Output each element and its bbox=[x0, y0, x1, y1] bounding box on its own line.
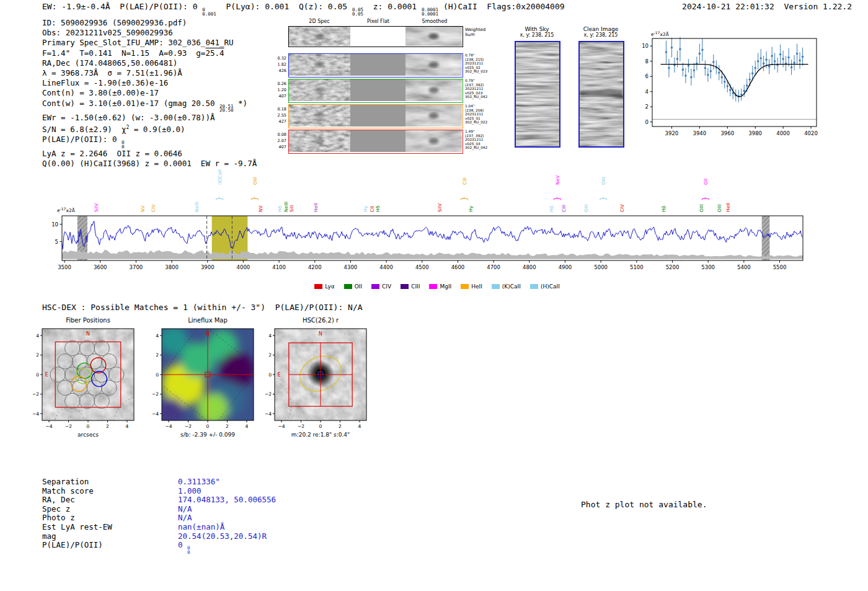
svg-text:4100: 4100 bbox=[272, 264, 286, 270]
svg-text:5: 5 bbox=[55, 239, 58, 245]
svg-text:0: 0 bbox=[156, 372, 159, 378]
detection-info-block: ID: 5090029936 (5090029936.pdf)Obs: 2023… bbox=[42, 18, 257, 169]
legend-swatch bbox=[461, 284, 469, 289]
svg-text:0: 0 bbox=[206, 424, 210, 429]
svg-text:2: 2 bbox=[339, 424, 342, 429]
noise-image bbox=[289, 54, 350, 76]
legend-swatch bbox=[314, 284, 322, 289]
svg-text:OIII: OIII bbox=[583, 204, 589, 212]
spec2d-row-annotation: 1.04"(238, 206)20231211v025_01302_RU_022 bbox=[465, 104, 487, 125]
text-line: Cont(n) = 3.80(±0.00)e-17 bbox=[42, 88, 257, 98]
svg-text:HeII: HeII bbox=[725, 203, 731, 212]
svg-text:4000: 4000 bbox=[237, 264, 250, 270]
noise-image bbox=[516, 42, 559, 146]
legend-item: OII bbox=[344, 283, 362, 290]
match-table-value: N/A bbox=[178, 505, 192, 514]
svg-text:Hγ: Hγ bbox=[363, 205, 368, 212]
main-spectrum-svg: 3500360037003800390040004100420043004400… bbox=[37, 167, 837, 291]
clean-cutout: Clean Image x, y: 238, 215 bbox=[578, 26, 623, 38]
matches-header: HSC-DEX : Possible Matches = 1 (within +… bbox=[42, 303, 363, 313]
noise-image bbox=[289, 79, 350, 101]
spec2d-weighted-row bbox=[288, 26, 463, 47]
text-line: LineFlux = -1.90(±0.36)e-16 bbox=[42, 78, 257, 88]
noise-image bbox=[580, 42, 623, 146]
svg-text:4800: 4800 bbox=[523, 264, 536, 270]
svg-text:2: 2 bbox=[106, 424, 109, 429]
svg-text:4: 4 bbox=[358, 424, 361, 429]
noise-image bbox=[405, 54, 462, 76]
svg-text:4: 4 bbox=[246, 424, 249, 429]
text-line: S/N = 6.8(±2.9) χ2 = 0.9(±0.0) bbox=[42, 123, 257, 135]
match-table-value: 0 00 bbox=[178, 541, 190, 554]
svg-text:Fiber Positions: Fiber Positions bbox=[66, 317, 110, 324]
text-line: EWr = -1.50(±0.62) (w: -3.00(±0.78))Å bbox=[42, 113, 257, 123]
clean-title: Clean Image bbox=[578, 26, 623, 32]
svg-text:HSC(26.2) r: HSC(26.2) r bbox=[303, 317, 339, 324]
svg-text:2: 2 bbox=[36, 352, 39, 358]
svg-text:}: } bbox=[250, 196, 259, 201]
text-line: Primary Spec_Slot_IFU_AMP: 302_036_041_R… bbox=[42, 38, 257, 48]
svg-text:e-17x2Å: e-17x2Å bbox=[57, 207, 76, 213]
svg-text:NV: NV bbox=[140, 205, 146, 212]
summary-header-line: EW: -1.9±-0.4Å P(LAE)/P(OII): 0 00.001 P… bbox=[42, 2, 565, 16]
svg-text:N: N bbox=[86, 331, 90, 337]
text-line: Obs: 20231211v025_5090029936 bbox=[42, 28, 257, 38]
withsky-image bbox=[515, 41, 560, 148]
legend-item: CIII bbox=[401, 283, 420, 290]
svg-text:5400: 5400 bbox=[737, 264, 751, 270]
svg-text:4300: 4300 bbox=[344, 264, 358, 270]
weighted-sum-label: WeightedSum bbox=[465, 27, 485, 37]
withsky-cutout: With Sky x, y: 238, 215 bbox=[515, 26, 559, 38]
svg-text:OIII: OIII bbox=[601, 177, 606, 185]
spec2d-row-annotation: 1.49"(237, 392)20231211v025_03302_RU_042 bbox=[465, 130, 487, 150]
match-table-row: Est LyA rest-EWnan(±nan)Å bbox=[42, 523, 276, 532]
spec2d-row bbox=[288, 130, 463, 154]
svg-text:}: } bbox=[553, 196, 562, 201]
svg-text:4500: 4500 bbox=[415, 264, 429, 270]
svg-text:−2: −2 bbox=[185, 424, 192, 429]
svg-text:}: } bbox=[460, 196, 469, 201]
match-table-label: Separation bbox=[42, 478, 178, 487]
svg-text:2: 2 bbox=[156, 352, 159, 358]
match-table-row: mag20.54(20.53,20.54)R bbox=[42, 532, 276, 541]
svg-text:−2: −2 bbox=[65, 424, 72, 429]
svg-text:5000: 5000 bbox=[594, 264, 608, 270]
svg-text:4: 4 bbox=[645, 89, 649, 95]
main-spectrum-plot: 3500360037003800390040004100420043004400… bbox=[37, 167, 837, 294]
svg-text:E: E bbox=[45, 372, 48, 378]
svg-text:5100: 5100 bbox=[630, 264, 644, 270]
match-table-label: Photo z bbox=[42, 513, 178, 523]
svg-text:Hβ: Hβ bbox=[661, 205, 666, 212]
svg-text:E: E bbox=[277, 372, 280, 378]
svg-text:4000: 4000 bbox=[776, 130, 790, 136]
match-table-label: P(LAE)/P(OII) bbox=[42, 541, 178, 554]
svg-text:3600: 3600 bbox=[94, 264, 107, 270]
svg-text:Hγ: Hγ bbox=[468, 205, 474, 212]
svg-text:SiIV: SiIV bbox=[94, 203, 99, 212]
spec2d-row bbox=[288, 79, 463, 103]
svg-text:2: 2 bbox=[645, 104, 649, 110]
text-line: RA,Dec (174.048065,50.006481) bbox=[42, 58, 257, 68]
legend-label: MgII bbox=[440, 283, 451, 290]
photz-note: Phot z plot not available. bbox=[581, 500, 707, 510]
svg-text:5200: 5200 bbox=[666, 264, 680, 270]
legend-label: HeII bbox=[471, 283, 482, 290]
clean-image bbox=[578, 41, 624, 148]
spec2d-panel: 2D Spec Pixel Flat Smoothed bbox=[277, 19, 525, 161]
match-table-label: Match score bbox=[42, 487, 178, 496]
svg-text:4: 4 bbox=[268, 333, 272, 339]
svg-text:4: 4 bbox=[36, 333, 39, 339]
noise-image bbox=[405, 27, 462, 46]
svg-text:3700: 3700 bbox=[130, 264, 143, 270]
legend-item: (H)CaII bbox=[530, 283, 560, 290]
svg-text:0: 0 bbox=[36, 372, 39, 378]
svg-text:SiIV: SiIV bbox=[437, 203, 443, 212]
svg-text:0: 0 bbox=[645, 119, 649, 125]
legend-label: CIII bbox=[411, 283, 420, 290]
svg-text:2: 2 bbox=[226, 424, 229, 429]
text-line: P(LAE)/P(OII): 0 00 bbox=[42, 135, 257, 149]
match-table-label: mag bbox=[42, 532, 178, 541]
svg-text:−2: −2 bbox=[265, 391, 272, 397]
svg-text:4400: 4400 bbox=[379, 264, 393, 270]
withsky-coords: x, y: 238, 215 bbox=[515, 32, 559, 38]
